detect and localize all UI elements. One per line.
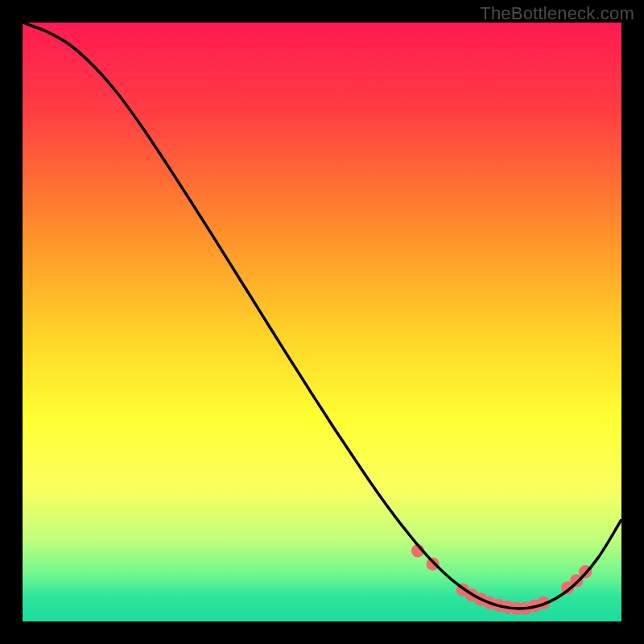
chart-svg bbox=[23, 23, 621, 621]
marker-dot bbox=[426, 557, 439, 570]
watermark-text: TheBottleneck.com bbox=[480, 3, 634, 24]
gradient-background bbox=[23, 23, 621, 621]
plot-area bbox=[23, 23, 621, 621]
chart-frame: TheBottleneck.com bbox=[0, 0, 644, 644]
